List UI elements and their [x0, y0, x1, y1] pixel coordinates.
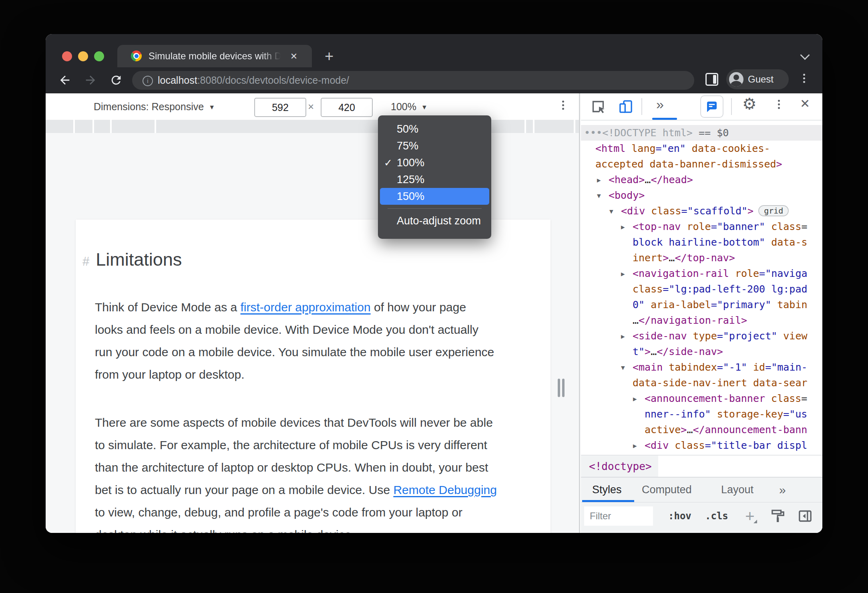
zoom-menu-item[interactable]: 75%	[380, 137, 489, 154]
tab-styles[interactable]: Styles	[592, 478, 622, 502]
text-run: run your code on a mobile device. You si…	[95, 345, 494, 359]
browser-tab[interactable]: Simulate mobile devices with D ✕	[117, 45, 312, 67]
code-token: </side-nav>	[657, 346, 723, 357]
code-token: active	[645, 424, 681, 436]
devtools-menu-kebab-icon[interactable]	[775, 98, 783, 111]
tab-computed[interactable]: Computed	[642, 478, 692, 502]
dom-tree-line[interactable]: data-side-nav-inert data-sear	[581, 375, 822, 391]
text-link[interactable]: first-order approximation	[241, 301, 371, 314]
zoom-menu-item[interactable]: 125%	[380, 171, 489, 188]
code-token: role	[687, 221, 711, 232]
code-token: block hairline-bottom"	[633, 236, 765, 248]
devtools-divider[interactable]	[579, 93, 580, 533]
zoom-menu-item[interactable]: 50%	[380, 121, 489, 137]
browser-menu-kebab-icon[interactable]	[800, 72, 808, 85]
navigation-toolbar: i localhost:8080/docs/devtools/device-mo…	[46, 67, 822, 93]
settings-gear-icon[interactable]: ⚙	[742, 95, 757, 113]
device-toolbar-toggle-icon[interactable]	[618, 99, 634, 115]
dom-tree-line[interactable]: •••<!DOCTYPE html> == $0	[581, 125, 822, 141]
dom-tree-line[interactable]: ▶<side-nav type="project" view	[581, 328, 822, 344]
dom-tree-line[interactable]: 0" aria-label="primary" tabin	[581, 297, 822, 313]
breadcrumb-item[interactable]: <!doctype>	[581, 456, 658, 478]
tab-close-icon[interactable]: ✕	[288, 50, 300, 63]
tab-title: Simulate mobile devices with D	[149, 45, 281, 67]
width-input[interactable]	[254, 98, 306, 117]
code-token: data-banner-dismissed	[649, 158, 776, 170]
device-toolbar-kebab-icon[interactable]	[559, 99, 567, 111]
dom-tree-line[interactable]: active>…</announcement-bann	[581, 422, 822, 438]
address-bar[interactable]: i localhost:8080/docs/devtools/device-mo…	[132, 71, 694, 90]
resize-handle-right[interactable]	[558, 379, 560, 397]
sidebar-tabs-more-icon[interactable]: »	[779, 478, 786, 502]
code-token: ="en"	[656, 143, 686, 154]
elements-tree: •••<!DOCTYPE html> == $0<html lang="en" …	[581, 125, 822, 455]
tab-search-chevron-icon[interactable]	[800, 50, 810, 60]
more-tabs-icon[interactable]: »	[656, 97, 664, 112]
code-token: ="scaffold"	[681, 205, 748, 217]
grid-badge[interactable]: grid	[758, 205, 789, 216]
dom-tree-line[interactable]: ▶<announcement-banner class=	[581, 391, 822, 406]
dom-tree-line[interactable]: block hairline-bottom" data-s	[581, 234, 822, 250]
close-devtools-icon[interactable]: ✕	[800, 97, 810, 111]
dom-tree-line[interactable]: ▼<main tabindex="-1" id="main-	[581, 359, 822, 375]
pseudo-state-toggle[interactable]: :hov	[668, 502, 691, 530]
back-button[interactable]	[54, 70, 75, 91]
dom-tree-line[interactable]: nner--info" storage-key="us	[581, 406, 822, 422]
chrome-favicon-icon	[131, 50, 142, 61]
dom-tree-line[interactable]: ▼<div class="scaffold">grid	[581, 203, 822, 219]
expand-arrow-icon[interactable]: ▶	[621, 266, 625, 282]
feedback-button[interactable]	[700, 95, 723, 118]
reload-button[interactable]	[106, 70, 127, 91]
code-token	[645, 299, 651, 311]
site-info-icon[interactable]: i	[143, 76, 153, 86]
profile-chip[interactable]: Guest	[726, 69, 789, 89]
new-tab-button[interactable]: +	[322, 49, 336, 64]
new-style-rule-button[interactable]: +	[742, 507, 758, 525]
text-link[interactable]: Remote Debugging	[393, 483, 497, 496]
code-token: >	[645, 346, 651, 357]
class-toggle[interactable]: .cls	[705, 502, 728, 530]
toggle-sidebar-icon[interactable]	[797, 508, 813, 524]
ruler-tick	[533, 120, 534, 133]
heading-anchor-hash[interactable]: #	[82, 254, 89, 269]
dom-tree-line[interactable]: ▼<body>	[581, 188, 822, 203]
expand-arrow-icon[interactable]: ▶	[621, 219, 625, 235]
code-token	[711, 408, 717, 420]
checkmark-icon: ✓	[384, 154, 392, 171]
tab-layout[interactable]: Layout	[721, 478, 753, 502]
expand-arrow-icon[interactable]: ▶	[633, 438, 637, 454]
expand-arrow-icon[interactable]: ▼	[597, 188, 601, 204]
code-token: >	[663, 252, 669, 264]
forward-button[interactable]	[80, 70, 101, 91]
filter-input[interactable]	[584, 506, 653, 526]
dom-tree-line[interactable]: inert>…</top-nav>	[581, 250, 822, 266]
minimize-window-button[interactable]	[78, 51, 88, 61]
dimensions-select[interactable]: Dimensions: Responsive▼	[94, 93, 215, 121]
paint-brush-icon[interactable]	[770, 508, 786, 524]
dom-tree-line[interactable]: ▶<head>…</head>	[581, 172, 822, 188]
dom-tree-line[interactable]: …</navigation-rail>	[581, 313, 822, 328]
zoom-menu-item[interactable]: ✓100%	[380, 154, 489, 171]
inspect-element-icon[interactable]	[590, 99, 606, 115]
media-query-ruler[interactable]	[46, 120, 579, 133]
dom-tree-line[interactable]: class="lg:pad-left-200 lg:pad	[581, 281, 822, 297]
close-window-button[interactable]	[62, 51, 72, 61]
side-panel-icon[interactable]	[705, 73, 718, 86]
code-token: ="us	[783, 408, 807, 420]
expand-arrow-icon[interactable]: ▶	[597, 172, 601, 188]
dom-tree-line[interactable]: ▶<navigation-rail role="naviga	[581, 266, 822, 281]
auto-adjust-zoom-item[interactable]: Auto-adjust zoom	[380, 212, 489, 229]
dom-tree-line[interactable]: accepted data-banner-dismissed>	[581, 156, 822, 172]
expand-arrow-icon[interactable]: ▼	[621, 360, 625, 375]
maximize-window-button[interactable]	[94, 51, 104, 61]
height-input[interactable]	[321, 98, 373, 117]
expand-arrow-icon[interactable]: ▶	[621, 329, 625, 344]
expand-arrow-icon[interactable]: ▼	[609, 204, 613, 219]
dom-tree-line[interactable]: t">…</side-nav>	[581, 344, 822, 359]
dom-tree-line[interactable]: ▶<div class="title-bar displ	[581, 438, 822, 453]
dom-tree-line[interactable]: <html lang="en" data-cookies-	[581, 141, 822, 156]
resize-handle-right[interactable]	[562, 379, 565, 397]
dom-tree-line[interactable]: ▶<top-nav role="banner" class=	[581, 219, 822, 234]
zoom-menu-item[interactable]: 150%	[380, 188, 489, 205]
expand-arrow-icon[interactable]: ▶	[633, 391, 637, 407]
